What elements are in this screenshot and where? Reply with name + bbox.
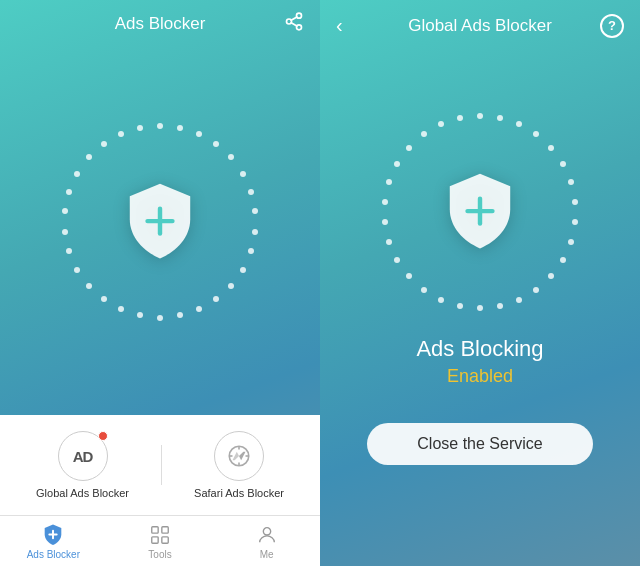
circle-dot bbox=[516, 297, 522, 303]
app-divider bbox=[161, 445, 162, 485]
circle-dot bbox=[213, 141, 219, 147]
left-panel-title: Ads Blocker bbox=[115, 14, 206, 34]
app-item-safari[interactable]: Safari Ads Blocker bbox=[194, 431, 284, 499]
circle-dot bbox=[62, 208, 68, 214]
left-shield-area bbox=[0, 28, 320, 415]
svg-point-20 bbox=[263, 528, 270, 535]
circle-dot bbox=[62, 229, 68, 235]
tab-me[interactable]: Me bbox=[213, 524, 320, 560]
circle-dot bbox=[572, 219, 578, 225]
circle-dot bbox=[228, 283, 234, 289]
tab-shield-icon bbox=[42, 524, 64, 546]
tab-tools[interactable]: Tools bbox=[107, 524, 214, 560]
global-ads-icon-wrapper: AD bbox=[58, 431, 108, 481]
circle-dot bbox=[568, 239, 574, 245]
circle-dot bbox=[560, 161, 566, 167]
help-button[interactable]: ? bbox=[600, 14, 624, 38]
tab-bar: Ads Blocker Tools Me bbox=[0, 515, 320, 566]
tab-ads-blocker[interactable]: Ads Blocker bbox=[0, 524, 107, 560]
circle-dot bbox=[74, 171, 80, 177]
svg-rect-18 bbox=[152, 537, 158, 543]
circle-dot bbox=[248, 248, 254, 254]
circle-dot bbox=[477, 113, 483, 119]
circle-dot bbox=[137, 312, 143, 318]
circle-dot bbox=[177, 125, 183, 131]
circle-dot bbox=[533, 287, 539, 293]
circle-dot bbox=[438, 121, 444, 127]
svg-line-3 bbox=[291, 23, 297, 26]
right-panel: ‹ Global Ads Blocker ? Ads Blocking Enab… bbox=[320, 0, 640, 566]
circle-dot bbox=[394, 257, 400, 263]
circle-dot bbox=[386, 179, 392, 185]
circle-dot bbox=[548, 273, 554, 279]
circle-dot bbox=[196, 131, 202, 137]
dotted-circle bbox=[60, 122, 260, 322]
safari-ads-icon-wrapper bbox=[214, 431, 264, 481]
tab-tools-label: Tools bbox=[148, 549, 171, 560]
share-icon[interactable] bbox=[284, 12, 304, 37]
circle-dot bbox=[86, 283, 92, 289]
right-content: Ads Blocking Enabled Close the Service bbox=[320, 51, 640, 566]
circle-dot bbox=[196, 306, 202, 312]
tab-ads-blocker-label: Ads Blocker bbox=[27, 549, 80, 560]
circle-dot bbox=[74, 267, 80, 273]
circle-dot bbox=[394, 161, 400, 167]
circle-dot bbox=[382, 199, 388, 205]
circle-dot bbox=[157, 123, 163, 129]
dotted-circle-right bbox=[380, 112, 580, 312]
circle-dot bbox=[101, 141, 107, 147]
tab-me-label: Me bbox=[260, 549, 274, 560]
circle-dot bbox=[157, 315, 163, 321]
circle-dot bbox=[457, 115, 463, 121]
right-header: ‹ Global Ads Blocker ? bbox=[320, 0, 640, 51]
back-button[interactable]: ‹ bbox=[336, 14, 343, 37]
circle-dot bbox=[177, 312, 183, 318]
svg-rect-16 bbox=[152, 527, 158, 533]
circle-dot bbox=[560, 257, 566, 263]
svg-marker-12 bbox=[239, 452, 246, 461]
global-ads-text: AD bbox=[73, 448, 93, 465]
circle-dot bbox=[66, 189, 72, 195]
me-icon bbox=[256, 524, 278, 546]
circle-dot bbox=[101, 296, 107, 302]
circle-dot bbox=[497, 303, 503, 309]
circle-dot bbox=[548, 145, 554, 151]
svg-rect-19 bbox=[162, 537, 168, 543]
shield-icon-right[interactable] bbox=[440, 172, 520, 252]
left-panel: Ads Blocker AD bbox=[0, 0, 320, 566]
circle-dot bbox=[533, 131, 539, 137]
circle-dot bbox=[252, 208, 258, 214]
circle-dot bbox=[228, 154, 234, 160]
circle-dot bbox=[406, 145, 412, 151]
circle-dot bbox=[568, 179, 574, 185]
svg-line-4 bbox=[291, 17, 297, 20]
right-panel-title: Global Ads Blocker bbox=[408, 16, 552, 36]
safari-ads-icon bbox=[214, 431, 264, 481]
circle-dot bbox=[252, 229, 258, 235]
close-service-button[interactable]: Close the Service bbox=[367, 423, 592, 465]
svg-rect-17 bbox=[162, 527, 168, 533]
circle-dot bbox=[213, 296, 219, 302]
circle-dot bbox=[438, 297, 444, 303]
circle-dot bbox=[386, 239, 392, 245]
circle-dot bbox=[406, 273, 412, 279]
tools-icon bbox=[149, 524, 171, 546]
left-bottom: AD Global Ads Blocker bbox=[0, 415, 320, 566]
circle-dot bbox=[240, 267, 246, 273]
circle-dot bbox=[477, 305, 483, 311]
enabled-text: Enabled bbox=[447, 366, 513, 387]
circle-dot bbox=[421, 131, 427, 137]
safari-ads-label: Safari Ads Blocker bbox=[194, 487, 284, 499]
circle-dot bbox=[421, 287, 427, 293]
global-ads-label: Global Ads Blocker bbox=[36, 487, 129, 499]
circle-dot bbox=[66, 248, 72, 254]
circle-dot bbox=[497, 115, 503, 121]
circle-dot bbox=[118, 131, 124, 137]
circle-dot bbox=[572, 199, 578, 205]
status-text: Ads Blocking bbox=[416, 336, 543, 362]
circle-dot bbox=[457, 303, 463, 309]
circle-dot bbox=[516, 121, 522, 127]
left-header: Ads Blocker bbox=[0, 0, 320, 48]
shield-icon-left[interactable] bbox=[120, 182, 200, 262]
app-item-global[interactable]: AD Global Ads Blocker bbox=[36, 431, 129, 499]
